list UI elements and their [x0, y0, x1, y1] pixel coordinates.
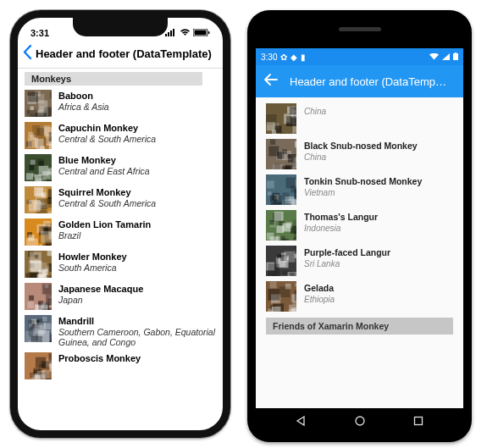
list-item[interactable]: Howler MonkeySouth America [25, 248, 216, 280]
svg-rect-217 [295, 141, 296, 148]
list-item[interactable]: Thomas's LangurIndonesia [266, 207, 453, 243]
iphone-device: 3:31 Header and footer (DataTemplate) Mo… [10, 10, 230, 438]
list-item[interactable]: Squirrel MonkeyCentral & South America [25, 184, 216, 216]
monkey-location: China [304, 152, 418, 162]
svg-rect-82 [48, 200, 52, 208]
svg-rect-25 [28, 91, 38, 102]
android-clock: 3:30 [261, 53, 277, 62]
list-item[interactable]: Black Snub-nosed MonkeyChina [266, 136, 453, 172]
list-header: Monkeys [25, 72, 202, 86]
monkey-location: Vietnam [304, 188, 422, 197]
list-item[interactable]: GeladaEthiopia [266, 279, 453, 314]
list-item[interactable]: Japanese MacaqueJapan [25, 280, 216, 312]
svg-rect-291 [272, 307, 281, 312]
svg-rect-292 [295, 283, 296, 287]
monkey-thumbnail [266, 210, 296, 241]
ios-list[interactable]: BaboonAfrica & AsiaCapuchin MonkeyCentra… [18, 87, 223, 432]
svg-rect-293 [291, 307, 296, 312]
svg-rect-120 [26, 273, 37, 278]
monkey-name: Blue Monkey [58, 155, 150, 165]
svg-rect-230 [271, 202, 282, 205]
svg-rect-114 [49, 263, 52, 272]
back-arrow-icon[interactable] [264, 74, 278, 89]
battery-icon [193, 28, 210, 38]
svg-point-294 [356, 417, 364, 425]
svg-rect-8 [50, 91, 52, 98]
svg-rect-253 [276, 235, 280, 240]
svg-rect-61 [30, 160, 36, 165]
list-item[interactable]: Proboscis Monkey [25, 350, 216, 382]
android-screen: 3:30 ✿ ◆ ▮ Header and footer [256, 48, 463, 408]
svg-rect-213 [273, 164, 283, 169]
svg-rect-272 [268, 263, 280, 275]
monkey-location: Japan [58, 295, 143, 305]
svg-rect-118 [30, 261, 42, 272]
list-item[interactable]: Capuchin MonkeyCentral & South America [25, 119, 216, 152]
svg-rect-24 [30, 113, 36, 117]
svg-rect-134 [27, 301, 34, 308]
signal-icon [442, 53, 450, 62]
list-item[interactable]: Purple-faced LangurSri Lanka [266, 243, 453, 279]
list-item[interactable]: BaboonAfrica & Asia [25, 87, 216, 119]
svg-rect-109 [47, 251, 52, 256]
monkey-location: Indonesia [304, 224, 378, 233]
monkey-name: Howler Monkey [58, 252, 127, 262]
svg-rect-227 [282, 193, 289, 200]
svg-rect-42 [49, 144, 52, 149]
svg-rect-80 [48, 211, 52, 213]
monkey-thumbnail [266, 103, 296, 134]
svg-rect-271 [277, 254, 281, 258]
list-item[interactable]: MandrillSouthern Cameroon, Gabon, Equato… [25, 312, 216, 350]
svg-rect-152 [35, 323, 46, 334]
svg-rect-157 [51, 324, 52, 335]
monkey-name: Capuchin Monkey [58, 123, 156, 133]
svg-rect-188 [286, 122, 290, 126]
android-back-icon[interactable] [295, 415, 307, 427]
list-item[interactable]: Tonkin Snub-nosed MonkeyVietnam [266, 172, 453, 207]
svg-rect-236 [270, 196, 277, 202]
back-chevron-icon[interactable] [23, 45, 32, 64]
svg-rect-248 [269, 220, 274, 225]
svg-rect-179 [455, 53, 456, 53]
svg-rect-81 [34, 202, 42, 210]
monkey-location: Sri Lanka [304, 259, 390, 268]
svg-rect-171 [39, 364, 45, 370]
monkey-name: Thomas's Langur [304, 212, 378, 222]
android-home-icon[interactable] [354, 415, 366, 427]
monkey-thumbnail [25, 90, 52, 117]
svg-rect-235 [290, 185, 296, 192]
monkey-name: Squirrel Monkey [58, 187, 156, 197]
monkey-thumbnail [25, 251, 52, 278]
list-item[interactable]: Blue MonkeyCentral and East Africa [25, 152, 216, 184]
svg-rect-78 [34, 187, 43, 196]
android-status-bar: 3:30 ✿ ◆ ▮ [256, 48, 463, 65]
list-item[interactable]: Golden Lion TamarinBrazil [25, 216, 216, 248]
svg-rect-119 [37, 274, 47, 278]
monkey-name: Golden Lion Tamarin [58, 219, 151, 230]
monkey-location: Ethiopia [304, 295, 335, 304]
svg-rect-138 [36, 305, 47, 310]
svg-rect-196 [290, 117, 296, 126]
monkey-thumbnail [25, 283, 52, 310]
monkey-thumbnail [25, 186, 52, 213]
svg-rect-156 [42, 317, 47, 322]
svg-rect-211 [282, 149, 287, 154]
svg-rect-37 [36, 128, 43, 135]
svg-rect-99 [42, 245, 50, 246]
svg-rect-1 [168, 32, 169, 36]
monkey-thumbnail [25, 122, 52, 149]
wifi-icon [429, 53, 439, 62]
list-item[interactable]: China [266, 101, 453, 136]
monkey-name: Purple-faced Langur [304, 247, 390, 257]
svg-rect-274 [284, 252, 295, 263]
svg-rect-280 [270, 281, 277, 288]
svg-rect-117 [35, 255, 38, 258]
monkey-location: Central & South America [58, 198, 156, 208]
android-list[interactable]: ChinaBlack Snub-nosed MonkeyChinaTonkin … [256, 97, 463, 408]
android-app-bar: Header and footer (DataTemp… [256, 65, 463, 97]
svg-rect-254 [286, 222, 292, 228]
android-overview-icon[interactable] [412, 415, 424, 427]
svg-rect-252 [295, 239, 296, 241]
svg-rect-281 [268, 289, 279, 301]
svg-rect-112 [48, 275, 52, 278]
